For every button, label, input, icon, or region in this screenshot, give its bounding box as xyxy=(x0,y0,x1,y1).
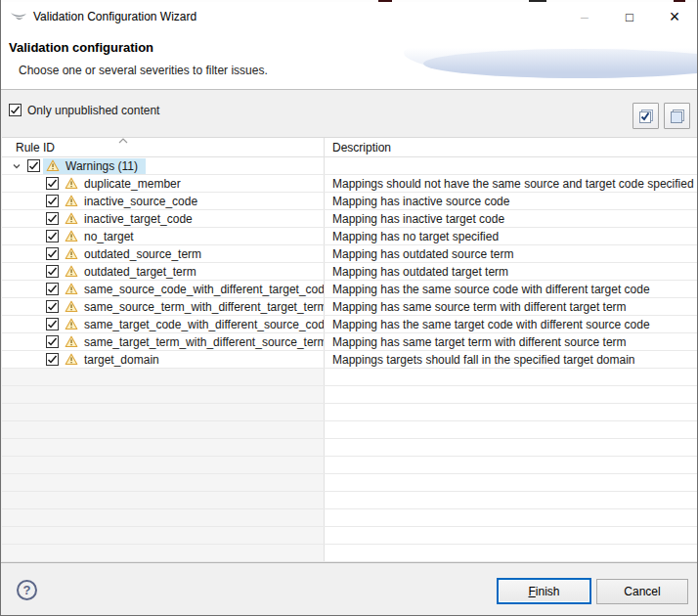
empty-table-row xyxy=(2,545,698,562)
table-row-group[interactable]: Warnings (11) xyxy=(2,157,698,175)
empty-table-row xyxy=(2,492,698,509)
description-cell xyxy=(325,421,698,438)
table-body: Warnings (11) duplicate_memberMappings s… xyxy=(2,157,698,562)
group-checkbox[interactable] xyxy=(27,159,40,172)
rule-id-label: outdated_target_term xyxy=(84,265,196,279)
rule-cell: same_source_term_with_different_target_t… xyxy=(2,298,325,315)
description-cell xyxy=(325,527,698,544)
row-checkbox[interactable] xyxy=(46,195,59,207)
rule-description: Mapping has the same target code with di… xyxy=(325,316,698,332)
row-checkbox[interactable] xyxy=(46,265,59,278)
row-checkbox[interactable] xyxy=(46,177,59,190)
rule-cell xyxy=(2,492,325,508)
row-checkbox[interactable] xyxy=(46,230,59,242)
help-button[interactable]: ? xyxy=(17,580,37,600)
rule-description: Mappings targets should fall in the spec… xyxy=(325,351,698,368)
rule-cell: Warnings (11) xyxy=(2,157,325,174)
empty-table-row xyxy=(2,404,698,421)
rule-cell xyxy=(2,439,325,456)
rule-id-label: inactive_target_code xyxy=(84,212,193,226)
only-unpublished-checkbox[interactable] xyxy=(9,104,22,116)
rule-cell xyxy=(2,545,325,561)
empty-table-row xyxy=(2,386,698,404)
deselect-all-button[interactable] xyxy=(664,103,690,129)
maximize-icon: □ xyxy=(626,10,633,24)
empty-table-row xyxy=(2,439,698,457)
rule-cell xyxy=(2,386,325,403)
rule-id-label: same_target_code_with_different_source_c… xyxy=(84,318,325,331)
table-row[interactable]: inactive_target_codeMapping has inactive… xyxy=(2,210,698,228)
row-checkbox[interactable] xyxy=(46,318,59,330)
warning-icon xyxy=(65,195,78,207)
row-checkbox[interactable] xyxy=(46,353,59,366)
column-header-rule-id[interactable]: Rule ID xyxy=(2,138,325,156)
page-subtitle: Choose one or several severities to filt… xyxy=(19,64,268,77)
description-cell xyxy=(325,439,698,456)
warning-icon xyxy=(65,335,78,348)
rule-description: Mapping has no target specified xyxy=(325,228,698,244)
warning-icon xyxy=(65,300,78,313)
rule-cell xyxy=(2,509,325,526)
table-row[interactable]: same_target_term_with_different_source_t… xyxy=(2,333,698,351)
table-row[interactable]: same_source_code_with_different_target_c… xyxy=(2,281,698,298)
chevron-expanded-icon[interactable] xyxy=(12,161,22,171)
rule-id-label: same_source_term_with_different_target_t… xyxy=(84,300,325,314)
table-row[interactable]: no_targetMapping has no target specified xyxy=(2,228,698,245)
description-cell xyxy=(325,474,698,491)
empty-table-row xyxy=(2,474,698,492)
rule-cell: same_target_term_with_different_source_t… xyxy=(2,333,325,350)
finish-button[interactable]: Finish xyxy=(497,578,591,604)
row-checkbox[interactable] xyxy=(46,283,59,295)
title-bar: Validation Configuration Wizard – □ × xyxy=(1,2,697,31)
warning-icon xyxy=(65,353,78,366)
column-header-description[interactable]: Description xyxy=(325,138,698,156)
close-button[interactable]: × xyxy=(652,2,697,31)
rules-table: Rule ID Description xyxy=(2,137,698,562)
maximize-button[interactable]: □ xyxy=(607,2,652,31)
banner-swoosh-decoration xyxy=(423,49,697,78)
table-row[interactable]: duplicate_memberMappings should not have… xyxy=(2,175,698,193)
empty-table-row xyxy=(2,527,698,545)
rule-cell xyxy=(2,527,325,544)
row-checkbox[interactable] xyxy=(46,300,59,313)
rule-description: Mapping has outdated target term xyxy=(325,263,698,280)
row-checkbox[interactable] xyxy=(46,212,59,225)
rule-cell: same_source_code_with_different_target_c… xyxy=(2,281,325,297)
table-row[interactable]: outdated_target_termMapping has outdated… xyxy=(2,263,698,281)
app-logo-icon xyxy=(10,10,27,23)
table-row[interactable]: inactive_source_codeMapping has inactive… xyxy=(2,193,698,210)
minimize-icon: – xyxy=(581,9,589,24)
minimize-button: – xyxy=(562,2,607,31)
description-cell xyxy=(325,545,698,561)
cancel-button[interactable]: Cancel xyxy=(596,579,688,604)
rule-cell xyxy=(2,421,325,438)
select-all-button[interactable] xyxy=(633,103,659,129)
page-title: Validation configuration xyxy=(9,40,153,55)
rule-description: Mapping has inactive source code xyxy=(325,193,698,209)
window-title: Validation Configuration Wizard xyxy=(33,10,196,23)
row-checkbox[interactable] xyxy=(46,335,59,348)
table-row[interactable]: outdated_source_termMapping has outdated… xyxy=(2,245,698,263)
rule-id-label: same_target_term_with_different_source_t… xyxy=(84,335,325,349)
rule-description: Mapping has outdated source term xyxy=(325,245,698,262)
description-cell xyxy=(325,457,698,473)
rule-cell: target_domain xyxy=(2,351,325,368)
rule-description: Mapping has same target term with differ… xyxy=(325,333,698,350)
rule-id-label: no_target xyxy=(84,230,134,243)
warning-icon xyxy=(65,283,78,295)
rule-cell: same_target_code_with_different_source_c… xyxy=(2,316,325,332)
warning-icon xyxy=(65,247,78,260)
table-row[interactable]: same_source_term_with_different_target_t… xyxy=(2,298,698,316)
group-label: Warnings (11) xyxy=(65,159,138,173)
empty-table-row xyxy=(2,421,698,439)
table-row[interactable]: same_target_code_with_different_source_c… xyxy=(2,316,698,333)
rule-cell: outdated_target_term xyxy=(2,263,325,280)
rule-description: Mappings should not have the same source… xyxy=(325,175,698,192)
table-row[interactable]: target_domainMappings targets should fal… xyxy=(2,351,698,369)
row-checkbox[interactable] xyxy=(46,247,59,260)
warning-icon xyxy=(46,159,60,172)
rule-cell: duplicate_member xyxy=(2,175,325,192)
rule-cell xyxy=(2,474,325,491)
rule-id-label: outdated_source_term xyxy=(84,247,201,261)
button-bar: ? Finish Cancel xyxy=(1,563,697,615)
